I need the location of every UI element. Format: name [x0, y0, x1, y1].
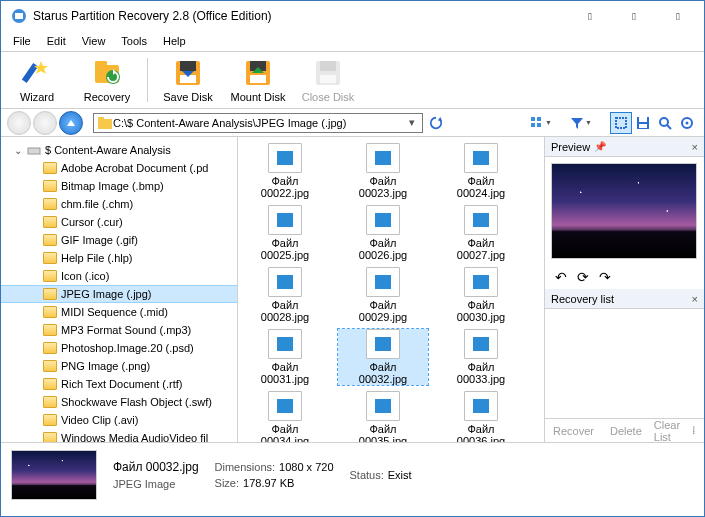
file-thumbnail: [268, 267, 302, 297]
svg-rect-9: [180, 61, 196, 71]
image-icon: [375, 337, 391, 351]
pin-icon[interactable]: 📌: [594, 141, 606, 152]
folder-icon: [43, 180, 57, 192]
status-bar: Файл 00032.jpg JPEG Image Dimensions:108…: [1, 442, 704, 506]
save-disk-button[interactable]: Save Disk: [158, 53, 218, 107]
recover-button[interactable]: Recover: [549, 425, 598, 437]
file-item[interactable]: Файл00035.jpg: [338, 391, 428, 442]
file-item[interactable]: Файл00033.jpg: [436, 329, 526, 385]
close-disk-button[interactable]: Close Disk: [298, 53, 358, 107]
file-item[interactable]: Файл00034.jpg: [240, 391, 330, 442]
wizard-button[interactable]: Wizard: [7, 53, 67, 107]
save-button[interactable]: [632, 112, 654, 134]
recovery-button[interactable]: Recovery: [77, 53, 137, 107]
image-icon: [277, 399, 293, 413]
file-thumbnail: [464, 143, 498, 173]
file-item[interactable]: Файл00029.jpg: [338, 267, 428, 323]
tree-item[interactable]: Icon (.ico): [1, 267, 237, 285]
preview-image: [551, 163, 697, 259]
svg-rect-17: [320, 61, 336, 71]
tree-item[interactable]: MP3 Format Sound (.mp3): [1, 321, 237, 339]
minimize-button[interactable]: : [568, 2, 612, 30]
tree-item[interactable]: Photoshop.Image.20 (.psd): [1, 339, 237, 357]
tree-item[interactable]: Help File (.hlp): [1, 249, 237, 267]
image-icon: [277, 275, 293, 289]
search-button[interactable]: [654, 112, 676, 134]
svg-rect-22: [531, 117, 535, 121]
file-item[interactable]: Файл00028.jpg: [240, 267, 330, 323]
view-mode-button[interactable]: ▼: [530, 112, 552, 134]
tree-item[interactable]: Adobe Acrobat Document (.pd: [1, 159, 237, 177]
mount-disk-icon: [242, 57, 274, 89]
menu-help[interactable]: Help: [156, 33, 193, 49]
file-item[interactable]: Файл00023.jpg: [338, 143, 428, 199]
menu-file[interactable]: File: [6, 33, 38, 49]
image-icon: [473, 151, 489, 165]
nav-up-button[interactable]: [59, 111, 83, 135]
address-dropdown[interactable]: ▾: [405, 116, 419, 129]
rotate-right-button[interactable]: ↷: [599, 269, 611, 285]
menu-view[interactable]: View: [75, 33, 113, 49]
file-item[interactable]: Файл00027.jpg: [436, 205, 526, 261]
file-item[interactable]: Файл00026.jpg: [338, 205, 428, 261]
tree-item[interactable]: Shockwave Flash Object (.swf): [1, 393, 237, 411]
delete-button[interactable]: Delete: [606, 425, 646, 437]
folder-icon: [43, 342, 57, 354]
recovery-icon: [91, 57, 123, 89]
chevron-down-icon[interactable]: ⌄: [13, 145, 23, 156]
tree-item[interactable]: Cursor (.cur): [1, 213, 237, 231]
file-item[interactable]: Файл00022.jpg: [240, 143, 330, 199]
file-item[interactable]: Файл00032.jpg: [338, 329, 428, 385]
preview-tools: ↶ ⟳ ↷: [545, 265, 704, 289]
menu-tools[interactable]: Tools: [114, 33, 154, 49]
address-input[interactable]: [113, 117, 405, 129]
image-icon: [473, 275, 489, 289]
file-item[interactable]: Файл00036.jpg: [436, 391, 526, 442]
tree-item[interactable]: chm.file (.chm): [1, 195, 237, 213]
window-title: Starus Partition Recovery 2.8 (Office Ed…: [33, 9, 568, 23]
tree-item[interactable]: Windows Media AudioVideo fil: [1, 429, 237, 442]
recovery-list-header: Recovery list ×: [545, 289, 704, 309]
refresh-icon: [429, 116, 443, 130]
mount-disk-button[interactable]: Mount Disk: [228, 53, 288, 107]
file-item[interactable]: Файл00024.jpg: [436, 143, 526, 199]
svg-point-31: [660, 118, 668, 126]
close-preview-button[interactable]: ×: [692, 141, 698, 153]
rotate-left-button[interactable]: ↶: [555, 269, 567, 285]
tree-item[interactable]: Video Clip (.avi): [1, 411, 237, 429]
svg-rect-30: [639, 124, 647, 128]
tree-item[interactable]: PNG Image (.png): [1, 357, 237, 375]
recovery-more-icon[interactable]: ⁞: [688, 424, 700, 437]
maximize-button[interactable]: : [612, 2, 656, 30]
file-thumbnail: [464, 329, 498, 359]
refresh-button[interactable]: [425, 112, 447, 134]
file-list[interactable]: Файл00022.jpgФайл00023.jpgФайл00024.jpgФ…: [238, 137, 544, 442]
file-item[interactable]: Файл00025.jpg: [240, 205, 330, 261]
status-filename: Файл 00032.jpg: [113, 460, 199, 474]
tree-root[interactable]: ⌄ $ Content-Aware Analysis: [1, 141, 237, 159]
tree-item[interactable]: MIDI Sequence (.mid): [1, 303, 237, 321]
file-item[interactable]: Файл00030.jpg: [436, 267, 526, 323]
tree-item[interactable]: JPEG Image (.jpg): [1, 285, 237, 303]
svg-rect-20: [98, 117, 104, 120]
tree-item[interactable]: Bitmap Image (.bmp): [1, 177, 237, 195]
recovery-list[interactable]: [545, 309, 704, 418]
nav-back-button[interactable]: [7, 111, 31, 135]
filter-button[interactable]: ▼: [570, 112, 592, 134]
image-icon: [473, 213, 489, 227]
select-button[interactable]: [610, 112, 632, 134]
svg-rect-27: [616, 118, 626, 128]
svg-rect-1: [15, 13, 23, 19]
tree-item[interactable]: Rich Text Document (.rtf): [1, 375, 237, 393]
tree-item[interactable]: GIF Image (.gif): [1, 231, 237, 249]
file-item[interactable]: Файл00031.jpg: [240, 329, 330, 385]
rotate-button[interactable]: ⟳: [577, 269, 589, 285]
nav-forward-button[interactable]: [33, 111, 57, 135]
options-button[interactable]: [676, 112, 698, 134]
close-recovery-list-button[interactable]: ×: [692, 293, 698, 305]
close-button[interactable]: : [656, 2, 700, 30]
folder-tree[interactable]: ⌄ $ Content-Aware Analysis Adobe Acrobat…: [1, 137, 238, 442]
status-state: Exist: [388, 469, 412, 481]
menu-edit[interactable]: Edit: [40, 33, 73, 49]
clear-list-button[interactable]: Clear List: [650, 419, 684, 443]
